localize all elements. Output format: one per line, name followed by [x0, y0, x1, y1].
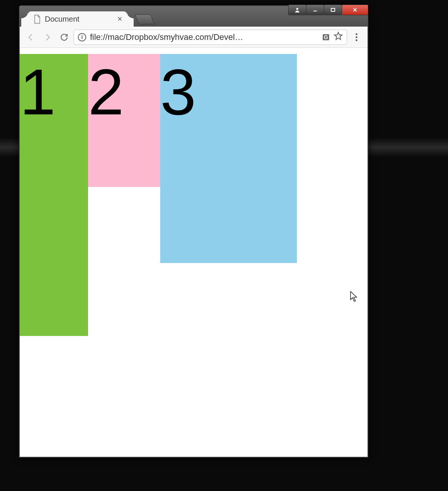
new-tab-button[interactable]: [135, 14, 155, 24]
browser-toolbar: i file://mac/Dropbox/smyhvae.com/Devel… …: [20, 27, 368, 48]
window-user-button[interactable]: [288, 5, 306, 15]
box-1: 1: [20, 54, 88, 336]
browser-tab-active[interactable]: Document ×: [28, 11, 127, 27]
forward-button[interactable]: [40, 30, 55, 44]
svg-point-0: [296, 8, 298, 10]
address-bar[interactable]: i file://mac/Dropbox/smyhvae.com/Devel… …: [74, 30, 347, 45]
page-viewport: 1 2 3: [20, 48, 368, 457]
window-minimize-button[interactable]: [306, 5, 324, 15]
window-close-button[interactable]: [342, 5, 368, 15]
svg-rect-2: [331, 8, 334, 11]
mouse-cursor-icon: [350, 291, 358, 303]
svg-rect-1: [313, 11, 317, 11]
translate-icon[interactable]: G: [323, 34, 329, 40]
reload-button[interactable]: [57, 30, 71, 44]
browser-menu-button[interactable]: [349, 30, 364, 44]
window-maximize-button[interactable]: [324, 5, 342, 15]
url-text: file://mac/Dropbox/smyhvae.com/Devel…: [90, 32, 319, 42]
site-info-icon[interactable]: i: [78, 33, 86, 41]
window-system-buttons: [289, 5, 368, 16]
svg-point-3: [356, 33, 358, 35]
svg-point-4: [356, 36, 358, 38]
omnibox-actions: G: [323, 32, 343, 43]
box-2: 2: [88, 54, 160, 187]
box-3: 3: [160, 54, 297, 263]
demo-boxes: 1 2 3: [20, 54, 297, 336]
tab-close-icon[interactable]: ×: [117, 15, 122, 23]
file-icon: [33, 14, 41, 24]
tab-title: Document: [45, 15, 79, 24]
browser-window: Document × i file://mac/Dropbox/smyhvae.…: [19, 5, 368, 458]
bookmark-star-icon[interactable]: [334, 32, 343, 43]
back-button[interactable]: [24, 30, 38, 44]
svg-point-5: [356, 39, 358, 41]
